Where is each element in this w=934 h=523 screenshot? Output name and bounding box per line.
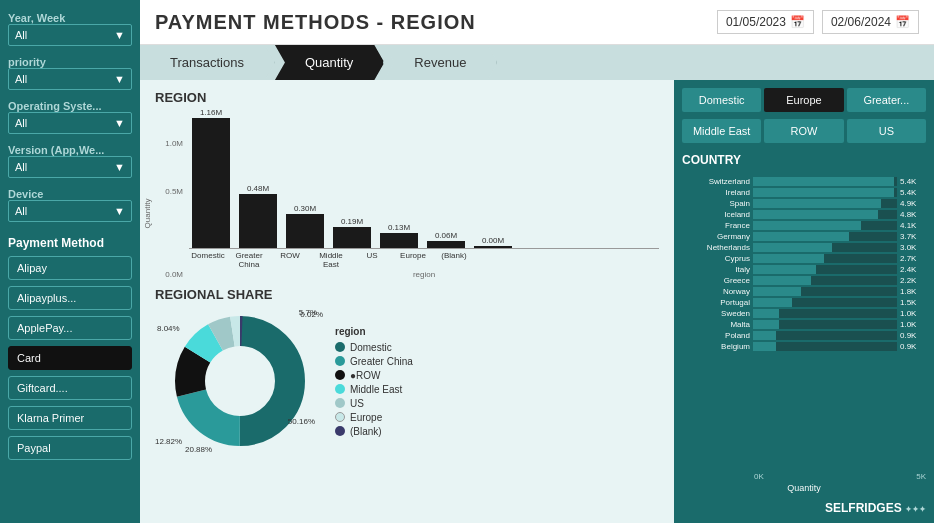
country-chart: Switzerland5.4KIreland5.4KSpain4.9KIcela…: [682, 177, 926, 493]
bar-middle-east: [333, 227, 371, 248]
country-row: Sweden1.0K: [682, 309, 926, 318]
country-value: 1.0K: [900, 309, 926, 318]
country-row: Belgium0.9K: [682, 342, 926, 351]
country-value: 2.2K: [900, 276, 926, 285]
country-name: Italy: [682, 265, 750, 274]
header: PAYMENT METHODS - REGION 01/05/2023 📅 02…: [140, 0, 934, 45]
filter-year-week-dropdown[interactable]: All ▼: [8, 24, 132, 46]
x-label-europe: Europe: [394, 251, 432, 269]
filter-os: Operating Syste... All ▼: [8, 96, 132, 134]
x-label-greater-china: Greater China: [230, 251, 268, 269]
legend-dot: [335, 356, 345, 366]
bar-row: [286, 214, 324, 248]
right-panel: Domestic Europe Greater... Middle East R…: [674, 80, 934, 523]
country-value: 1.5K: [900, 298, 926, 307]
country-name: Belgium: [682, 342, 750, 351]
filter-version-label: Version (App,We...: [8, 144, 132, 156]
country-value: 4.9K: [900, 199, 926, 208]
country-name: Spain: [682, 199, 750, 208]
donut-chart: [155, 306, 325, 456]
filter-priority-dropdown[interactable]: All ▼: [8, 68, 132, 90]
payment-alipayplus[interactable]: Alipayplus...: [8, 286, 132, 310]
country-name: Malta: [682, 320, 750, 329]
country-row: Iceland4.8K: [682, 210, 926, 219]
country-value: 5.4K: [900, 188, 926, 197]
bar-domestic: [192, 118, 230, 248]
filter-priority: priority All ▼: [8, 52, 132, 90]
country-row: Switzerland5.4K: [682, 177, 926, 186]
legend-dot: [335, 398, 345, 408]
country-value: 0.9K: [900, 331, 926, 340]
payment-alipay[interactable]: Alipay: [8, 256, 132, 280]
filter-device: Device All ▼: [8, 184, 132, 222]
payment-applepay[interactable]: ApplePay...: [8, 316, 132, 340]
date-end[interactable]: 02/06/2024 📅: [822, 10, 919, 34]
filter-version-dropdown[interactable]: All ▼: [8, 156, 132, 178]
x-label-row: ROW: [271, 251, 309, 269]
chevron-down-icon: ▼: [114, 205, 125, 217]
country-value: 2.4K: [900, 265, 926, 274]
qty-label: Quantity: [682, 483, 926, 493]
payment-giftcard[interactable]: Giftcard....: [8, 376, 132, 400]
country-bar: [753, 188, 894, 197]
region-btn-middle-east[interactable]: Middle East: [682, 119, 761, 143]
x-label-domestic: Domestic: [189, 251, 227, 269]
svg-point-7: [206, 347, 274, 415]
country-value: 5.4K: [900, 177, 926, 186]
country-name: Poland: [682, 331, 750, 340]
legend-dot: [335, 426, 345, 436]
x-label-us: US: [353, 251, 391, 269]
region-btn-row[interactable]: ROW: [764, 119, 843, 143]
country-value: 1.0K: [900, 320, 926, 329]
region-btn-europe[interactable]: Europe: [764, 88, 843, 112]
x-axis-region-label: region: [189, 270, 659, 279]
country-name: Greece: [682, 276, 750, 285]
country-name: Switzerland: [682, 177, 750, 186]
tab-revenue[interactable]: Revenue: [384, 45, 497, 80]
country-bar: [753, 254, 824, 263]
pct-label-50.16: 50.16%: [288, 417, 315, 426]
calendar-icon: 📅: [790, 15, 805, 29]
country-bar: [753, 342, 776, 351]
regional-share-section: REGIONAL SHARE: [155, 287, 659, 456]
left-charts: REGION 1.0M 0.5M 0.0M Quantity: [140, 80, 674, 523]
payment-klarna[interactable]: Klarna Primer: [8, 406, 132, 430]
payment-paypal[interactable]: Paypal: [8, 436, 132, 460]
chevron-down-icon: ▼: [114, 29, 125, 41]
date-range: 01/05/2023 📅 02/06/2024 📅: [717, 10, 919, 34]
tab-quantity[interactable]: Quantity: [275, 45, 384, 80]
region-btn-greater[interactable]: Greater...: [847, 88, 926, 112]
legend-dot: [335, 370, 345, 380]
main-content: PAYMENT METHODS - REGION 01/05/2023 📅 02…: [140, 0, 934, 523]
legend-dot: [335, 384, 345, 394]
filter-year-week: Year, Week All ▼: [8, 8, 132, 46]
legend-europe: Europe: [335, 412, 413, 423]
filter-device-dropdown[interactable]: All ▼: [8, 200, 132, 222]
legend-dot: [335, 412, 345, 422]
tab-transactions[interactable]: Transactions: [140, 45, 275, 80]
country-bar: [753, 265, 816, 274]
selfridges-logo: SELFRIDGES ✦✦✦: [682, 501, 926, 515]
pct-label-8.04: 8.04%: [157, 324, 180, 333]
country-name: France: [682, 221, 750, 230]
legend-row: ●ROW: [335, 370, 413, 381]
country-row: Italy2.4K: [682, 265, 926, 274]
legend-middle-east: Middle East: [335, 384, 413, 395]
country-name: Cyprus: [682, 254, 750, 263]
region-btn-domestic[interactable]: Domestic: [682, 88, 761, 112]
country-name: Sweden: [682, 309, 750, 318]
filter-os-dropdown[interactable]: All ▼: [8, 112, 132, 134]
x-label-middle-east: Middle East: [312, 251, 350, 269]
country-bar: [753, 199, 881, 208]
country-bar: [753, 232, 849, 241]
country-row: Spain4.9K: [682, 199, 926, 208]
bar-europe: [427, 241, 465, 248]
country-row: France4.1K: [682, 221, 926, 230]
bar-us: [380, 233, 418, 248]
filter-os-label: Operating Syste...: [8, 100, 132, 112]
region-btn-us[interactable]: US: [847, 119, 926, 143]
payment-card[interactable]: Card: [8, 346, 132, 370]
country-bar: [753, 243, 832, 252]
date-start[interactable]: 01/05/2023 📅: [717, 10, 814, 34]
x-axis-0k: 0K: [754, 472, 764, 481]
